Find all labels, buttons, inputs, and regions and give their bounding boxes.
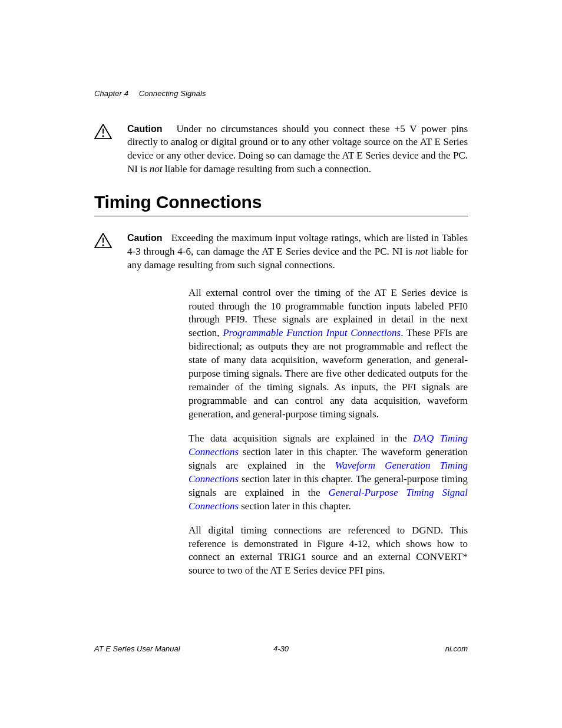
footer-right: ni.com <box>343 644 468 654</box>
link-programmable-function-input-connections[interactable]: Programmable Function Input Connections <box>223 327 401 338</box>
footer-left: AT E Series User Manual <box>94 644 219 654</box>
chapter-number: Chapter 4 <box>94 89 128 98</box>
p2-s3-after: section later in this chapter. <box>239 500 351 512</box>
body-paragraph-3: All digital timing connections are refer… <box>189 524 468 578</box>
caution-icon <box>94 124 112 139</box>
caution-text-1: Caution Under no circumstances should yo… <box>127 123 468 177</box>
caution-block-2: Caution Exceeding the maximum input volt… <box>94 232 468 272</box>
caution-not-word: not <box>150 163 163 174</box>
chapter-title: Connecting Signals <box>139 89 206 98</box>
caution-icon <box>94 233 112 248</box>
caution-label: Caution <box>127 233 163 243</box>
running-header: Chapter 4 Connecting Signals <box>94 88 468 99</box>
caution-block-1: Caution Under no circumstances should yo… <box>94 123 468 177</box>
svg-point-5 <box>103 244 104 246</box>
p1-after: . These PFIs are bidirectional; as outpu… <box>189 327 468 420</box>
body-paragraph-1: All external control over the timing of … <box>189 286 468 421</box>
body-paragraph-2: The data acquisition signals are explain… <box>189 432 468 513</box>
caution-text-2: Caution Exceeding the maximum input volt… <box>127 232 468 272</box>
p2-s1-before: The data acquisition signals are explain… <box>189 433 413 444</box>
footer-page-number: 4-30 <box>219 644 343 654</box>
section-heading: Timing Connections <box>94 190 468 215</box>
caution2-not-word: not <box>415 246 428 257</box>
svg-point-2 <box>103 135 104 137</box>
body-text-block: All external control over the timing of … <box>189 286 468 578</box>
caution-label: Caution <box>127 124 163 134</box>
caution-body-after: liable for damage resulting from such a … <box>163 163 372 174</box>
page-footer: AT E Series User Manual 4-30 ni.com <box>94 644 468 654</box>
section-rule <box>94 216 468 216</box>
document-page: Chapter 4 Connecting Signals Caution Und… <box>0 0 562 728</box>
